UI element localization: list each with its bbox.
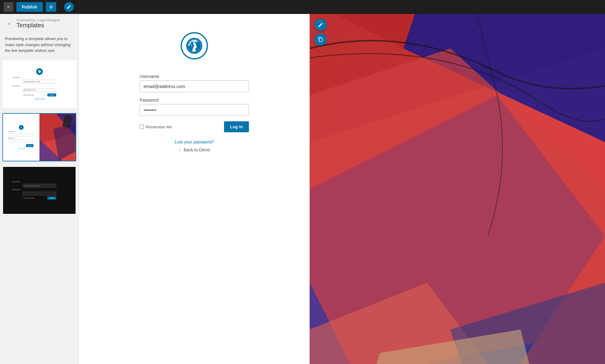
tpl1-actions: □ Remember Me Log In bbox=[23, 93, 56, 96]
edit-pencil-button[interactable] bbox=[64, 2, 74, 12]
wp-logo bbox=[181, 32, 208, 59]
close-icon: × bbox=[7, 4, 10, 10]
copy-fab-button[interactable] bbox=[314, 33, 327, 46]
artwork-background: Ri→ bbox=[310, 14, 605, 364]
password-label: Password bbox=[140, 98, 249, 103]
login-form: Username Password Remember Me Log In Los… bbox=[140, 69, 249, 152]
publish-button[interactable]: Publish bbox=[16, 2, 43, 12]
template-card-1[interactable]: Username email@address.com Password ••••… bbox=[2, 60, 76, 108]
artwork-svg: Ri→ bbox=[310, 14, 605, 364]
tpl3-actions: □ Remember Me Log In bbox=[23, 197, 56, 200]
back-to-demo-link[interactable]: Back to Demo bbox=[178, 147, 210, 152]
login-button[interactable]: Log In bbox=[224, 121, 249, 132]
tpl1-username-label: Username bbox=[12, 76, 21, 78]
tpl3-login-btn: Log In bbox=[47, 197, 56, 200]
back-button[interactable]: ‹ bbox=[5, 19, 13, 28]
back-arrow-icon: ‹ bbox=[8, 20, 10, 27]
tpl2-password-label: Password bbox=[8, 137, 15, 139]
gear-icon: ⚙ bbox=[49, 5, 53, 9]
sidebar: ‹ Customizing • Login Designer Templates… bbox=[0, 14, 79, 364]
template-card-2[interactable]: Username Password Log In ← Back to Demo bbox=[2, 113, 76, 161]
login-links: Lost your password? Back to Demo bbox=[140, 140, 249, 152]
sidebar-title: Templates bbox=[16, 22, 60, 29]
sidebar-header: ‹ Customizing • Login Designer Templates bbox=[0, 14, 79, 32]
tpl3-username-label: Username bbox=[12, 181, 21, 183]
breadcrumb: Customizing • Login Designer bbox=[16, 18, 60, 22]
artwork-panel: Ri→ bbox=[310, 14, 605, 364]
wp-logo-circle bbox=[181, 32, 208, 59]
form-actions: Remember Me Log In bbox=[140, 121, 249, 132]
tpl1-wp-logo bbox=[36, 68, 43, 75]
fab-container bbox=[314, 19, 327, 46]
tpl2-layout: Username Password Log In ← Back to Demo bbox=[3, 114, 76, 161]
tpl2-username-field bbox=[9, 133, 33, 136]
close-button[interactable]: × bbox=[4, 2, 13, 12]
login-panel: Username Password Remember Me Log In Los… bbox=[79, 14, 310, 364]
tpl3-password-field bbox=[23, 192, 56, 195]
tpl2-login-side: Username Password Log In ← Back to Demo bbox=[3, 114, 39, 161]
lost-password-link[interactable]: Lost your password? bbox=[175, 140, 214, 144]
tpl1-password-field: •••••••• bbox=[23, 88, 56, 92]
tpl2-back-link: ← Back to Demo bbox=[17, 148, 26, 150]
tpl1-back-link: ← Back to Demo bbox=[34, 98, 45, 100]
remember-me-label: Remember Me bbox=[146, 125, 172, 129]
template-card-3[interactable]: Username email@address.com Password □ Re… bbox=[2, 166, 76, 214]
template-preview-1: Username email@address.com Password ••••… bbox=[3, 61, 76, 108]
password-input[interactable] bbox=[140, 104, 249, 116]
tpl2-password-field bbox=[9, 140, 33, 143]
username-label: Username bbox=[140, 74, 249, 79]
tpl1-password-label: Password bbox=[12, 85, 20, 87]
tpl3-remember: □ Remember Me bbox=[23, 197, 34, 199]
preview-notice: Previewing a template allows you to make… bbox=[0, 32, 79, 58]
preview-area: Username Password Remember Me Log In Los… bbox=[79, 14, 605, 364]
settings-button[interactable]: ⚙ bbox=[46, 2, 56, 12]
tpl2-artwork-side bbox=[39, 114, 76, 161]
tpl1-remember: □ Remember Me bbox=[23, 94, 34, 96]
tpl3-password-label: Password bbox=[12, 189, 20, 190]
tpl1-login-btn: Log In bbox=[47, 93, 56, 96]
main-content: ‹ Customizing • Login Designer Templates… bbox=[0, 14, 605, 364]
tpl2-login-btn: Log In bbox=[26, 144, 33, 147]
template-preview-3: Username email@address.com Password □ Re… bbox=[3, 167, 76, 214]
tpl2-username-label: Username bbox=[8, 131, 15, 133]
topbar: × Publish ⚙ bbox=[0, 0, 605, 14]
remember-me-row: Remember Me bbox=[140, 125, 172, 129]
username-input[interactable] bbox=[140, 80, 249, 92]
template-preview-2: Username Password Log In ← Back to Demo bbox=[3, 114, 76, 161]
tpl3-username-field: email@address.com bbox=[23, 184, 56, 187]
tpl2-wp-logo bbox=[19, 125, 24, 130]
tpl1-username-field: email@address.com bbox=[23, 80, 56, 83]
edit-fab-button[interactable] bbox=[314, 19, 327, 31]
remember-me-checkbox[interactable] bbox=[140, 125, 144, 129]
